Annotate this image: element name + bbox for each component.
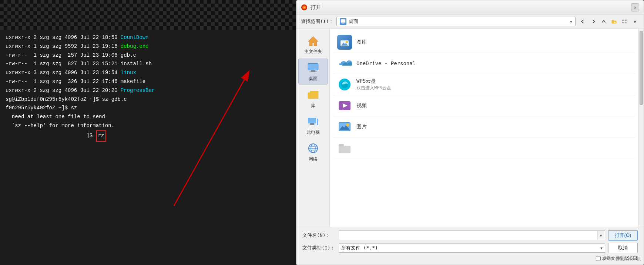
filetype-combo-arrow: ▼ [600, 246, 603, 250]
dialog-title-left: 打开 [301, 4, 321, 11]
terminal: uxrwxr-x 2 szg szg 4096 Jul 22 18:59 Cou… [0, 0, 296, 265]
library-sidebar-icon [306, 88, 320, 102]
filename-label: 文件名(N)： [302, 232, 336, 239]
sidebar-home-label: 主文件夹 [304, 49, 322, 55]
wps-file-name: WPS云盘 [356, 78, 631, 85]
menu-button[interactable]: ▾ [630, 17, 639, 26]
filename-dropdown-btn[interactable]: ▼ [597, 231, 604, 239]
sidebar-item-desktop[interactable]: 桌面 [298, 59, 328, 85]
svg-rect-5 [341, 19, 345, 23]
terminal-line: uxrwxr-x 3 szg szg 4096 Jul 23 19:54 lin… [6, 69, 155, 77]
onedrive-file-info: OneDrive - Personal [356, 60, 631, 66]
svg-rect-16 [311, 70, 315, 72]
sidebar-library-label: 库 [311, 103, 315, 109]
dialog-app-icon [301, 4, 308, 11]
sidebar-network-label: 网络 [309, 156, 318, 162]
onedrive-file-icon [337, 56, 352, 71]
desktop-sidebar-icon [306, 61, 320, 74]
more-file-info [356, 145, 631, 151]
terminal-line: uxrwxr-x 2 szg szg 4096 Jul 22 18:59 Cou… [6, 33, 155, 42]
location-combo[interactable]: 桌面 ▼ [336, 17, 576, 26]
terminal-line: sg@iZbp1duf0n295r5yk402foZ ~]$ sz gdb.c [6, 95, 155, 104]
svg-rect-43 [339, 146, 350, 153]
sidebar-desktop-label: 桌面 [309, 76, 318, 82]
onedrive-file-name: OneDrive - Personal [356, 60, 631, 66]
terminal-line: -rw-r-- 1 szg szg 257 Jul 23 19:06 gdb.c [6, 51, 155, 60]
back-icon [580, 19, 586, 24]
home-icon [306, 34, 320, 47]
forward-button[interactable] [589, 17, 598, 26]
filename-input[interactable] [339, 231, 605, 240]
svg-rect-23 [310, 123, 314, 125]
video-file-name: 视频 [356, 102, 631, 109]
filetype-label: 文件类型(I)： [302, 245, 336, 251]
sidebar-item-network[interactable]: 网络 [298, 139, 328, 165]
filetype-combo[interactable]: 所有文件 (*.*) ▼ [339, 243, 605, 253]
library-file-info: 图库 [356, 39, 631, 46]
file-item-wps[interactable]: WPS云盘 双击进入WPS云盘 [333, 74, 635, 95]
new-folder-icon [611, 19, 617, 24]
countdown-text: CountDown [121, 34, 149, 40]
view-button[interactable] [620, 17, 629, 26]
svg-rect-10 [622, 20, 624, 21]
video-file-info: 视频 [356, 102, 631, 109]
location-icon [340, 18, 346, 25]
watermark: CSDN @睡觉待开机 [603, 256, 641, 262]
svg-marker-14 [308, 36, 318, 46]
back-button[interactable] [578, 17, 587, 26]
more-file-name [356, 145, 631, 151]
cancel-button[interactable]: 取消 [608, 243, 638, 253]
close-button[interactable]: ✕ [631, 3, 639, 11]
location-text: 桌面 [349, 18, 570, 25]
svg-point-34 [346, 41, 348, 43]
new-folder-button[interactable] [610, 17, 618, 26]
library-file-name: 图库 [356, 39, 631, 46]
terminal-line: -rw-r-- 1 szg szg 326 Jul 22 17:46 makef… [6, 77, 155, 86]
scrollbar[interactable] [638, 29, 644, 227]
desktop-icon [341, 19, 346, 24]
terminal-line: need at least one file to send [6, 113, 155, 122]
toolbar-buttons: ▾ [578, 17, 639, 26]
svg-line-1 [174, 80, 244, 206]
svg-rect-44 [339, 144, 344, 146]
pictures-file-icon [337, 119, 352, 134]
forward-icon [591, 19, 596, 24]
terminal-line-rz: ]$ rz [6, 130, 155, 142]
linux-text: linux [121, 70, 136, 76]
svg-rect-11 [625, 20, 627, 21]
terminal-line: uxrwxr-x 1 szg szg 9592 Jul 23 19:16 deb… [6, 42, 155, 51]
file-item-more[interactable] [333, 138, 635, 159]
wps-file-desc: 双击进入WPS云盘 [356, 85, 631, 91]
svg-rect-24 [309, 125, 315, 125]
scrollbar-track [639, 29, 644, 227]
sidebar-item-home[interactable]: 主文件夹 [298, 32, 328, 57]
sidebar-item-computer[interactable]: 此电脑 [298, 113, 328, 138]
network-sidebar-icon [306, 142, 320, 155]
file-item-onedrive[interactable]: OneDrive - Personal [333, 53, 635, 74]
wps-file-info: WPS云盘 双击进入WPS云盘 [356, 78, 631, 91]
open-button[interactable]: 打开(O) [608, 230, 638, 241]
scrollbar-thumb[interactable] [640, 31, 643, 105]
svg-rect-7 [342, 23, 345, 24]
file-dialog: 打开 ✕ 查找范围(I)： 桌面 ▼ [296, 0, 644, 265]
location-dropdown-arrow: ▼ [570, 20, 572, 24]
svg-rect-22 [308, 118, 316, 123]
file-list: 图库 OneDrive - Personal [330, 29, 638, 227]
up-button[interactable] [599, 17, 608, 26]
terminal-line: uxrwxr-x 2 szg szg 4096 Jul 22 20:20 Pro… [6, 86, 155, 95]
svg-rect-26 [317, 119, 318, 125]
terminal-line: -rw-r-- 1 szg szg 827 Jul 23 15:21 insta… [6, 60, 155, 69]
terminal-content: uxrwxr-x 2 szg szg 4096 Jul 22 18:59 Cou… [0, 30, 160, 145]
dialog-toolbar: 查找范围(I)： 桌面 ▼ [296, 14, 644, 29]
dialog-bottom: 文件名(N)： ▼ 打开(O) 文件类型(I)： 所有文件 (*.*) ▼ 取消 [296, 227, 644, 265]
computer-sidebar-icon [306, 115, 320, 128]
dialog-sidebar: 主文件夹 桌面 [296, 29, 330, 227]
svg-rect-18 [308, 64, 318, 70]
ascii-checkbox[interactable] [596, 256, 601, 261]
wps-file-icon [337, 77, 352, 92]
sidebar-item-library[interactable]: 库 [298, 86, 328, 111]
file-item-library[interactable]: 图库 [333, 32, 635, 53]
file-item-video[interactable]: 视频 [333, 95, 635, 116]
view-icon [622, 19, 627, 24]
file-item-pictures[interactable]: 图片 [333, 116, 635, 138]
